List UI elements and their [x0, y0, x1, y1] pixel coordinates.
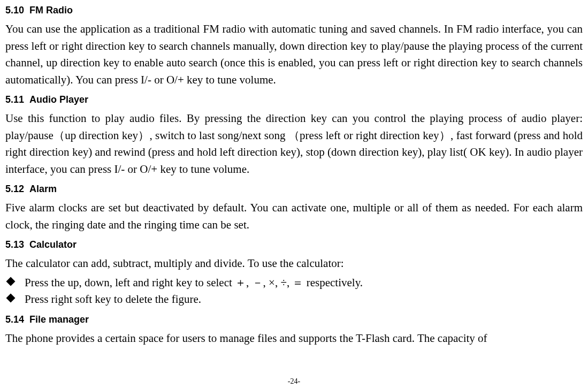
calculator-bullets: Press the up, down, left and right key t… [5, 274, 583, 308]
para-audio-player: Use this function to play audio files. B… [5, 110, 583, 178]
heading-calculator: 5.13Calculator [5, 238, 583, 252]
heading-alarm: 5.12Alarm [5, 182, 583, 196]
heading-number: 5.12 [5, 182, 24, 196]
para-calculator: The calculator can add, subtract, multip… [5, 255, 583, 272]
heading-title: FM Radio [29, 5, 73, 16]
heading-number: 5.11 [5, 93, 24, 107]
heading-number: 5.10 [5, 3, 24, 18]
bullet-text: Press right soft key to delete the figur… [25, 293, 201, 306]
heading-fm-radio: 5.10FM Radio [5, 3, 583, 18]
heading-title: Alarm [29, 184, 57, 194]
diamond-icon [6, 294, 16, 303]
page-number: -24- [0, 376, 588, 387]
list-item: Press the up, down, left and right key t… [6, 274, 583, 292]
diamond-icon [6, 277, 16, 286]
heading-file-manager: 5.14File manager [5, 312, 583, 327]
bullet-text: Press the up, down, left and right key t… [25, 276, 363, 289]
heading-title: Calculator [29, 239, 77, 250]
heading-title: Audio Player [29, 94, 88, 105]
para-fm-radio: You can use the application as a traditi… [5, 21, 583, 88]
heading-audio-player: 5.11Audio Player [5, 93, 583, 107]
heading-number: 5.13 [5, 238, 24, 252]
para-alarm: Five alarm clocks are set but deactivate… [5, 200, 583, 233]
para-file-manager: The phone provides a certain space for u… [5, 330, 583, 347]
heading-title: File manager [29, 314, 89, 325]
heading-number: 5.14 [5, 312, 24, 327]
list-item: Press right soft key to delete the figur… [6, 291, 583, 308]
